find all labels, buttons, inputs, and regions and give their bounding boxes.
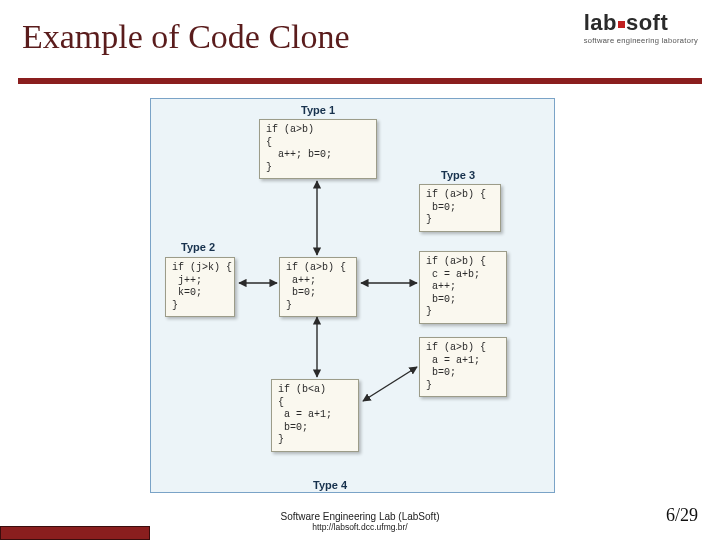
code-box-type1: if (a>b) { a++; b=0; } [259, 119, 377, 179]
logo: labsoft software engineering laboratory [584, 10, 698, 45]
title-divider [18, 78, 702, 84]
page-number: 6/29 [666, 505, 698, 526]
code-box-type3b: if (a>b) { c = a+b; a++; b=0; } [419, 251, 507, 324]
footer-accent-bar [0, 526, 150, 540]
diagram-panel: Type 1 Type 2 Type 3 Type 4 if (a>b) { a… [150, 98, 555, 493]
group-label-type4: Type 4 [313, 479, 347, 491]
logo-text: labsoft [584, 10, 698, 36]
code-box-type4a: if (b<a) { a = a+1; b=0; } [271, 379, 359, 452]
code-box-type3c: if (a>b) { a = a+1; b=0; } [419, 337, 507, 397]
code-box-type2a: if (j>k) { j++; k=0; } [165, 257, 235, 317]
code-box-type2b: if (a>b) { a++; b=0; } [279, 257, 357, 317]
svg-line-4 [363, 367, 417, 401]
logo-dot-icon [618, 21, 625, 28]
footer-lab: Software Engineering Lab (LabSoft) [0, 511, 720, 522]
group-label-type3: Type 3 [441, 169, 475, 181]
logo-subtitle: software engineering laboratory [584, 36, 698, 45]
code-box-type3a: if (a>b) { b=0; } [419, 184, 501, 232]
group-label-type1: Type 1 [301, 104, 335, 116]
group-label-type2: Type 2 [181, 241, 215, 253]
